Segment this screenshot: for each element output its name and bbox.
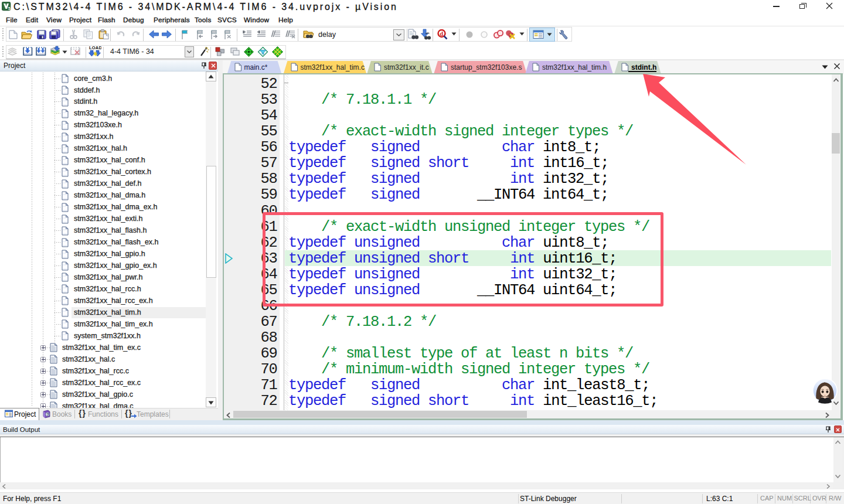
svg-text:LOAD: LOAD [89, 45, 101, 50]
svg-text:d: d [440, 30, 443, 37]
svg-text:?: ? [46, 413, 49, 417]
svg-text:5: 5 [8, 6, 11, 11]
